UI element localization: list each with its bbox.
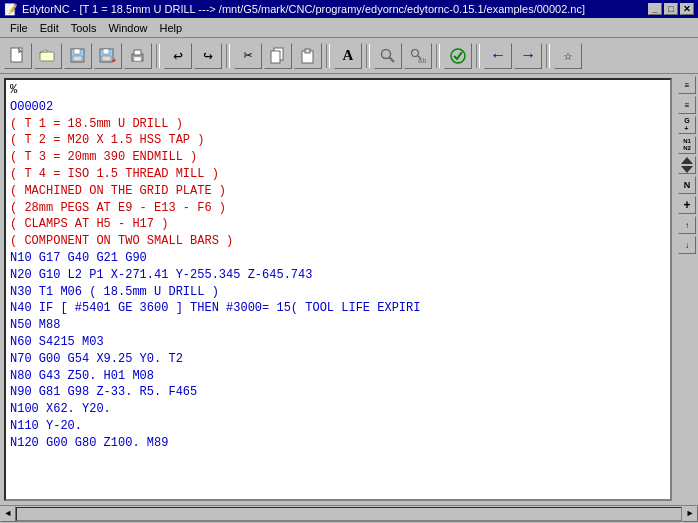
separator-4 <box>366 44 370 68</box>
menu-help[interactable]: Help <box>154 20 189 36</box>
separator-5 <box>436 44 440 68</box>
svg-rect-7 <box>103 49 109 54</box>
code-line-15: N60 S4215 M03 <box>10 334 666 351</box>
menu-file[interactable]: File <box>4 20 34 36</box>
svg-rect-11 <box>134 57 141 61</box>
app-icon: 📝 <box>4 3 18 16</box>
code-line-14: N50 M88 <box>10 317 666 334</box>
save-button[interactable] <box>64 43 92 69</box>
right-sidebar: ≡ ≡ G+ N1N2 N + ↑ ↓ <box>676 74 698 505</box>
redo-button[interactable]: ↪ <box>194 43 222 69</box>
code-line-21: N120 G00 G80 Z100. M89 <box>10 435 666 452</box>
code-line-13: N40 IF [ #5401 GE 3600 ] THEN #3000= 15(… <box>10 300 666 317</box>
favorite-button[interactable]: ☆ <box>554 43 582 69</box>
scroll-right-button[interactable]: ► <box>682 506 698 522</box>
save-as-button[interactable]: + <box>94 43 122 69</box>
separator-2 <box>226 44 230 68</box>
new-button[interactable] <box>4 43 32 69</box>
separator-1 <box>156 44 160 68</box>
h-scrollbar: ◄ ► <box>0 505 698 521</box>
menu-window[interactable]: Window <box>102 20 153 36</box>
code-line-9: ( COMPONENT ON TWO SMALL BARS ) <box>10 233 666 250</box>
sidebar-btn-up2[interactable]: ↑ <box>678 216 696 234</box>
code-line-16: N70 G00 G54 X9.25 Y0. T2 <box>10 351 666 368</box>
code-line-11: N20 G10 L2 P1 X-271.41 Y-255.345 Z-645.7… <box>10 267 666 284</box>
svg-point-19 <box>412 49 419 56</box>
undo-button[interactable]: ↩ <box>164 43 192 69</box>
svg-line-18 <box>390 57 395 62</box>
svg-rect-8 <box>102 56 111 61</box>
title-bar-left: 📝 EdytorNC - [T 1 = 18.5mm U DRILL ---> … <box>4 3 585 16</box>
svg-rect-4 <box>74 49 80 54</box>
back-button[interactable]: ← <box>484 43 512 69</box>
svg-rect-14 <box>271 51 280 63</box>
cut-button[interactable]: ✂ <box>234 43 262 69</box>
code-line-6: ( MACHINED ON THE GRID PLATE ) <box>10 183 666 200</box>
separator-3 <box>326 44 330 68</box>
title-controls: _ □ ✕ <box>648 3 694 15</box>
code-line-18: N90 G81 G98 Z-33. R5. F465 <box>10 384 666 401</box>
title-bar: 📝 EdytorNC - [T 1 = 18.5mm U DRILL ---> … <box>0 0 698 18</box>
copy-button[interactable] <box>264 43 292 69</box>
code-line-4: ( T 3 = 20mm 390 ENDMILL ) <box>10 149 666 166</box>
find-replace-button[interactable]: ab <box>404 43 432 69</box>
svg-point-17 <box>382 49 391 58</box>
check-button[interactable] <box>444 43 472 69</box>
menu-edit[interactable]: Edit <box>34 20 65 36</box>
code-line-7: ( 28mm PEGS AT E9 - E13 - F6 ) <box>10 200 666 217</box>
forward-button[interactable]: → <box>514 43 542 69</box>
svg-marker-24 <box>681 166 693 173</box>
sidebar-btn-down2[interactable]: ↓ <box>678 236 696 254</box>
code-line-19: N100 X62. Y20. <box>10 401 666 418</box>
title-text: EdytorNC - [T 1 = 18.5mm U DRILL ---> /m… <box>22 3 585 15</box>
svg-rect-12 <box>134 50 141 55</box>
svg-rect-5 <box>73 56 82 61</box>
svg-marker-23 <box>681 157 693 164</box>
h-scroll-track[interactable] <box>16 507 682 521</box>
code-line-1: O00002 <box>10 99 666 116</box>
svg-text:+: + <box>112 57 116 65</box>
print-button[interactable] <box>124 43 152 69</box>
code-line-2: ( T 1 = 18.5mm U DRILL ) <box>10 116 666 133</box>
code-line-10: N10 G17 G40 G21 G90 <box>10 250 666 267</box>
toolbar: + ↩ ↪ ✂ A ab ← → <box>0 38 698 74</box>
sidebar-btn-1[interactable]: ≡ <box>678 76 696 94</box>
editor-container: %O00002( T 1 = 18.5mm U DRILL )( T 2 = M… <box>4 78 672 501</box>
sidebar-btn-gplus[interactable]: G+ <box>678 116 696 134</box>
code-line-3: ( T 2 = M20 X 1.5 HSS TAP ) <box>10 132 666 149</box>
open-button[interactable] <box>34 43 62 69</box>
svg-text:ab: ab <box>418 57 426 65</box>
separator-6 <box>476 44 480 68</box>
code-line-5: ( T 4 = ISO 1.5 THREAD MILL ) <box>10 166 666 183</box>
separator-7 <box>546 44 550 68</box>
code-line-12: N30 T1 M06 ( 18.5mm U DRILL ) <box>10 284 666 301</box>
code-line-8: ( CLAMPS AT H5 - H17 ) <box>10 216 666 233</box>
find-button[interactable] <box>374 43 402 69</box>
code-line-0: % <box>10 82 666 99</box>
minimize-button[interactable]: _ <box>648 3 662 15</box>
editor-scroll[interactable]: %O00002( T 1 = 18.5mm U DRILL )( T 2 = M… <box>6 80 670 499</box>
maximize-button[interactable]: □ <box>664 3 678 15</box>
main-area: %O00002( T 1 = 18.5mm U DRILL )( T 2 = M… <box>0 74 698 505</box>
menu-bar: File Edit Tools Window Help <box>0 18 698 38</box>
sidebar-btn-arrows[interactable] <box>678 156 696 174</box>
close-button[interactable]: ✕ <box>680 3 694 15</box>
code-line-17: N80 G43 Z50. H01 M08 <box>10 368 666 385</box>
format-button[interactable]: A <box>334 43 362 69</box>
sidebar-btn-2[interactable]: ≡ <box>678 96 696 114</box>
paste-button[interactable] <box>294 43 322 69</box>
sidebar-btn-plus[interactable]: + <box>678 196 696 214</box>
sidebar-btn-n1n2[interactable]: N1N2 <box>678 136 696 154</box>
sidebar-btn-n[interactable]: N <box>678 176 696 194</box>
svg-rect-1 <box>40 52 54 61</box>
svg-rect-16 <box>305 49 310 53</box>
code-line-20: N110 Y-20. <box>10 418 666 435</box>
menu-tools[interactable]: Tools <box>65 20 103 36</box>
scroll-left-button[interactable]: ◄ <box>0 506 16 522</box>
